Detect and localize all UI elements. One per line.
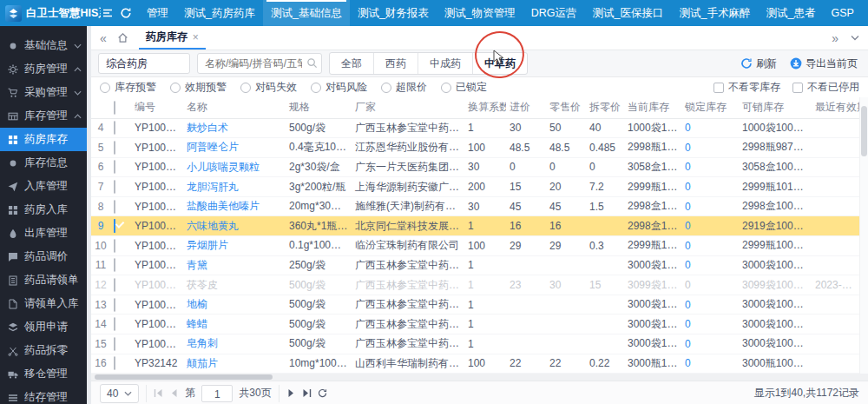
drug-name-link[interactable]: 麸炒白术 [187, 122, 228, 134]
locked-stock-link[interactable]: 0 [685, 279, 691, 291]
drug-name-link[interactable]: 茯苓皮 [187, 279, 218, 291]
refresh-page-icon[interactable] [119, 7, 132, 20]
table-row[interactable]: 10YP10003440异烟肼片0.1g*100片/瓶临汾宝珠制药有限公司100… [91, 236, 859, 256]
tab-close-icon[interactable]: × [193, 31, 199, 43]
table-row[interactable]: 5YP10002782阿普唑仑片0.4毫克100片/瓶江苏恩华药业股份有限公司1… [91, 138, 859, 158]
horizontal-scrollbar-thumb[interactable] [95, 374, 273, 380]
column-header[interactable]: 锁定库存 [681, 97, 739, 118]
sidebar-item[interactable]: 药房入库 [0, 198, 87, 222]
drug-name-link[interactable]: 地榆 [187, 298, 207, 310]
sidebar-item[interactable]: 结存管理 [0, 386, 87, 404]
column-header[interactable]: 规格 [286, 97, 352, 118]
table-row[interactable]: 12YP10004001茯苓皮500g/袋广西玉林参宝堂中药饮片有…123301… [91, 275, 859, 295]
column-header[interactable]: 换算系数 [464, 97, 506, 118]
filter-radio[interactable]: 超限价 [381, 80, 427, 95]
next-page-icon[interactable] [286, 388, 296, 398]
column-header[interactable]: 名称 [183, 97, 286, 118]
column-header[interactable]: 编号 [131, 97, 183, 118]
row-checkbox[interactable] [114, 219, 115, 233]
locked-stock-link[interactable]: 0 [685, 142, 691, 154]
sidebar-item[interactable]: 移仓管理 [0, 362, 87, 386]
sidebar-toggle-icon[interactable] [101, 7, 114, 20]
topnav-item[interactable]: 测试_物资管理 [437, 0, 523, 26]
home-icon[interactable] [117, 32, 128, 43]
sidebar-item[interactable]: 药品调价 [0, 245, 87, 268]
search-input[interactable] [197, 53, 322, 74]
sidebar-item[interactable]: 采购管理 [0, 81, 87, 104]
drug-category-button[interactable]: 中成药 [418, 53, 473, 74]
page-number-input[interactable]: 1 [201, 385, 233, 402]
table-row[interactable]: 13YP10004003地榆500g/袋广西玉林参宝堂中药饮片有…13000袋1… [91, 295, 859, 315]
filter-checkbox[interactable]: 不看零库存 [713, 80, 780, 95]
tabs-scroll-right-icon[interactable]: » [832, 32, 838, 44]
topnav-item[interactable]: 测试_财务报表 [350, 0, 437, 26]
topnav-item[interactable]: 测试_手术麻醉 [672, 0, 759, 26]
drug-category-button[interactable]: 全部 [330, 53, 374, 74]
sidebar-item[interactable]: 库存管理 [0, 104, 87, 128]
table-row[interactable]: 14YP10004020蜂蜡500g/袋广西玉林参宝堂中药饮片有…13000袋1… [91, 315, 859, 334]
pharmacy-select-input[interactable] [98, 53, 190, 74]
drug-name-link[interactable]: 龙胆泻肝丸 [187, 181, 239, 193]
locked-stock-link[interactable]: 0 [685, 220, 691, 232]
table-row[interactable]: 11YP10003989青黛250g/袋广西玉林参宝堂中药饮片有…13000袋1… [91, 255, 859, 275]
row-checkbox[interactable] [114, 200, 115, 214]
topnav-item[interactable]: 测试_患者 [759, 0, 824, 26]
table-row[interactable]: 7YP10003500龙胆泻肝丸3g*200粒/瓶上海华源制药安徽广生药业…20… [91, 177, 859, 197]
column-header[interactable]: 厂家 [352, 97, 464, 118]
sidebar-item[interactable]: 基础信息 [0, 34, 87, 57]
drug-name-link[interactable]: 阿普唑仑片 [187, 141, 239, 153]
filter-radio[interactable]: 对码失效 [240, 80, 297, 95]
sidebar-item[interactable]: 药品请领单 [0, 268, 87, 292]
topnav-item[interactable]: 测试_基础信息 [263, 0, 350, 26]
sidebar-item[interactable]: 入库管理 [0, 175, 87, 198]
locked-stock-link[interactable]: 0 [685, 259, 691, 271]
sidebar-item[interactable]: 领用申请 [0, 315, 87, 339]
row-checkbox[interactable] [114, 160, 115, 174]
row-checkbox[interactable] [114, 258, 115, 272]
last-page-icon[interactable] [302, 388, 312, 398]
topnav-item[interactable]: DRG运营 [523, 0, 585, 26]
page-size-select[interactable]: 40 [100, 384, 139, 403]
prev-page-icon[interactable] [169, 388, 179, 398]
table-row[interactable]: 16YP32142颠茄片10mg*100片/瓶山西利丰华瑞制药有限责任…1002… [91, 354, 859, 374]
row-checkbox[interactable] [114, 356, 115, 370]
column-header[interactable]: 进价 [506, 97, 546, 118]
sidebar-item[interactable]: 库存信息 [0, 151, 87, 175]
drug-name-link[interactable]: 皂角刺 [187, 337, 218, 349]
column-header[interactable]: 可销库存 [739, 97, 812, 118]
drug-category-button[interactable]: 西药 [374, 53, 418, 74]
filter-radio[interactable]: 对码风险 [311, 80, 367, 95]
filter-radio[interactable]: 已锁定 [441, 80, 487, 95]
column-header[interactable]: 拆零价 [586, 97, 624, 118]
drug-name-link[interactable]: 青黛 [187, 259, 207, 271]
reload-table-icon[interactable] [318, 388, 327, 398]
sidebar-item[interactable]: 药品拆零 [0, 339, 87, 362]
row-checkbox[interactable] [114, 180, 115, 194]
row-checkbox[interactable] [114, 239, 115, 253]
vertical-scrollbar[interactable] [859, 97, 868, 374]
filter-radio[interactable]: 效期预警 [170, 80, 227, 95]
refresh-button[interactable]: 刷新 [740, 56, 777, 71]
sidebar-item[interactable]: 出库管理 [0, 222, 87, 245]
locked-stock-link[interactable]: 0 [685, 122, 691, 134]
first-page-icon[interactable] [154, 388, 163, 398]
column-header[interactable]: 当前库存 [624, 97, 681, 118]
locked-stock-link[interactable]: 0 [685, 181, 691, 193]
locked-stock-link[interactable]: 0 [685, 299, 691, 311]
drug-name-link[interactable]: 盐酸曲美他嗪片 [187, 200, 260, 212]
row-checkbox[interactable] [114, 141, 115, 155]
vertical-scrollbar-thumb[interactable] [861, 106, 867, 156]
horizontal-scrollbar[interactable] [91, 374, 868, 381]
drug-name-link[interactable]: 小儿咳喘灵颗粒 [187, 161, 260, 173]
topnav-item[interactable]: 测试_医保接口 [585, 0, 672, 26]
topnav-item[interactable]: 行政管理 [862, 0, 868, 26]
column-header[interactable]: 最近有效期 [812, 97, 859, 118]
topnav-item[interactable]: 管理 [139, 0, 176, 26]
row-checkbox[interactable] [114, 298, 115, 312]
sidebar-item[interactable]: 药房管理 [0, 57, 87, 81]
row-checkbox[interactable] [114, 278, 115, 292]
row-checkbox[interactable] [114, 121, 115, 135]
row-checkbox[interactable] [114, 317, 115, 331]
tab-pharmacy-stock[interactable]: 药房库存 × [139, 26, 206, 50]
locked-stock-link[interactable]: 0 [685, 161, 691, 173]
